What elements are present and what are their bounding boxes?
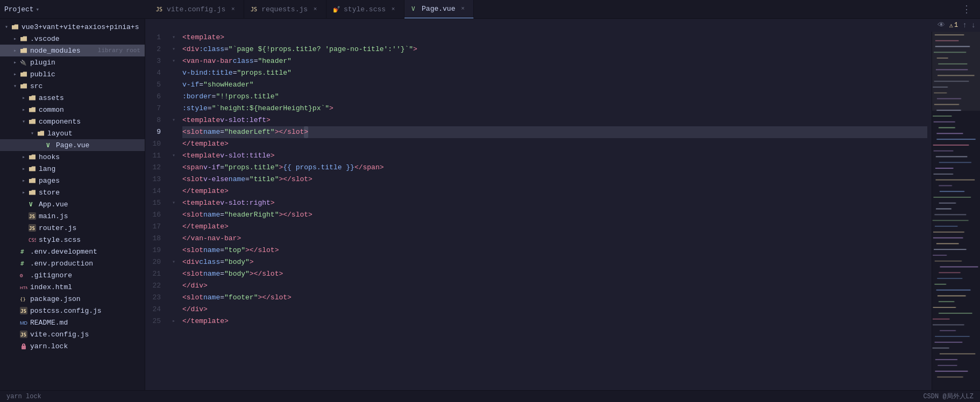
tab-page-vue[interactable]: VPage.vue× xyxy=(404,0,474,18)
sidebar-item-gitignore[interactable]: ⚙.gitignore xyxy=(0,269,145,281)
tree-icon-vscode xyxy=(19,34,28,43)
sidebar-item-router-js[interactable]: JSrouter.js xyxy=(0,222,145,234)
sidebar-item-vscode[interactable]: .vscode xyxy=(0,33,145,45)
tree-label-readme-md: README.md xyxy=(30,319,140,327)
tree-label-root-folder: vue3+vant+vite+axios+pinia+s xyxy=(22,23,140,31)
fold-arrow-3[interactable]: ▾ xyxy=(169,55,178,67)
fold-arrow-23 xyxy=(169,292,178,304)
sidebar-item-assets[interactable]: assets xyxy=(0,92,145,104)
sidebar-item-node-modules[interactable]: node_moduleslibrary root xyxy=(0,45,145,56)
tree-label-node-modules: node_modules xyxy=(30,47,96,55)
sidebar-item-src[interactable]: src xyxy=(0,80,145,92)
tree-icon-main-js: JS xyxy=(28,212,37,220)
tree-label-plugin: plugin xyxy=(30,59,140,67)
tab-close-vite-config[interactable]: × xyxy=(229,5,237,13)
sidebar-item-page-vue-file[interactable]: VPage.vue xyxy=(0,139,145,151)
tree-label-layout: layout xyxy=(47,130,140,138)
tab-close-requests[interactable]: × xyxy=(311,5,319,13)
sidebar-item-env-prod[interactable]: #.env.production xyxy=(0,257,145,269)
sidebar-item-root-folder[interactable]: vue3+vant+vite+axios+pinia+s xyxy=(0,21,145,33)
sidebar-item-yarn-lock[interactable]: yarn.lock xyxy=(0,340,145,352)
tree-icon-lang xyxy=(28,164,37,173)
line-number-22: 22 xyxy=(145,280,165,292)
sidebar-item-package-json[interactable]: {}package.json xyxy=(0,293,145,305)
tab-close-page-vue[interactable]: × xyxy=(458,4,467,13)
sidebar-item-public[interactable]: public xyxy=(0,68,145,80)
sidebar-item-app-vue[interactable]: VApp.vue xyxy=(0,198,145,210)
fold-arrow-4 xyxy=(169,67,178,79)
svg-text:JS: JS xyxy=(156,6,162,12)
fold-arrow-16 xyxy=(169,209,178,221)
tree-icon-pages xyxy=(28,176,37,185)
warning-badge[interactable]: ⚠ 1 xyxy=(949,21,958,30)
fold-arrow-18 xyxy=(169,233,178,245)
sidebar-item-hooks[interactable]: hooks xyxy=(0,151,145,163)
code-line-3: <van-nav-bar class="header" xyxy=(182,55,927,67)
line-number-21: 21 xyxy=(145,268,165,280)
project-label[interactable]: Project ▾ xyxy=(4,5,39,13)
tree-arrow-page-vue-file xyxy=(37,141,45,149)
tree-label-gitignore: .gitignore xyxy=(30,271,140,279)
sidebar-item-style-scss-file[interactable]: CSSstyle.scss xyxy=(0,234,145,246)
nav-down-icon[interactable]: ↓ xyxy=(971,21,976,30)
tree-icon-yarn-lock xyxy=(19,342,28,350)
sidebar-item-components[interactable]: components xyxy=(0,116,145,127)
sidebar-item-store[interactable]: store xyxy=(0,186,145,198)
fold-arrow-1[interactable]: ▾ xyxy=(169,32,178,44)
fold-arrow-11[interactable]: ▾ xyxy=(169,150,178,162)
fold-arrow-20[interactable]: ▾ xyxy=(169,256,178,268)
tab-icon-vite-config: JS xyxy=(156,5,164,14)
tree-arrow-main-js xyxy=(19,212,28,220)
tree-label-env-dev: .env.development xyxy=(30,248,140,256)
sidebar-item-index-html[interactable]: HTMindex.html xyxy=(0,281,145,293)
code-content[interactable]: <template> <div :class="`page ${!props.t… xyxy=(178,32,932,390)
sidebar-item-readme-md[interactable]: MDREADME.md xyxy=(0,317,145,328)
tree-arrow-hooks xyxy=(19,153,28,161)
tree-label-router-js: router.js xyxy=(39,224,140,232)
tree-arrow-assets xyxy=(19,94,28,102)
tab-requests[interactable]: JSrequests.js× xyxy=(244,0,326,18)
sidebar-item-postcss-config[interactable]: JSpostcss.config.js xyxy=(0,305,145,317)
tab-style-scss[interactable]: 💅style.scss× xyxy=(326,0,404,18)
sidebar-item-env-dev[interactable]: #.env.development xyxy=(0,246,145,257)
tree-label-vite-config-file: vite.config.js xyxy=(30,331,140,339)
tab-label-requests: requests.js xyxy=(261,5,308,13)
code-line-13: <slot v-else name="title"></slot> xyxy=(182,174,927,185)
tree-icon-node-modules xyxy=(19,46,28,55)
tree-label-pages: pages xyxy=(39,177,140,185)
sidebar-item-layout[interactable]: layout xyxy=(0,127,145,139)
tree-icon-package-json: {} xyxy=(19,295,28,303)
svg-text:V: V xyxy=(29,201,33,208)
line-number-19: 19 xyxy=(145,245,165,256)
svg-text:⚙: ⚙ xyxy=(20,273,23,279)
tree-arrow-vite-config-file xyxy=(11,330,19,339)
sidebar-item-vite-config-file[interactable]: JSvite.config.js xyxy=(0,328,145,340)
tabs-container: JSvite.config.js×JSrequests.js×💅style.sc… xyxy=(150,0,962,18)
more-icon[interactable]: ⋮ xyxy=(962,3,971,15)
tab-close-style-scss[interactable]: × xyxy=(389,5,397,13)
fold-arrow-24 xyxy=(169,304,178,315)
line-number-3: 3 xyxy=(145,55,165,67)
fold-arrow-8[interactable]: ▾ xyxy=(169,114,178,126)
sidebar-item-lang[interactable]: lang xyxy=(0,163,145,175)
fold-arrows: ▾▾▾▾▾▾▾▸ xyxy=(169,32,178,390)
nav-up-icon[interactable]: ↑ xyxy=(962,21,967,30)
tree-arrow-package-json xyxy=(11,295,19,303)
sidebar-item-plugin[interactable]: 🔌plugin xyxy=(0,56,145,68)
eye-icon[interactable]: 👁 xyxy=(938,21,945,30)
status-bar: yarn lock CSDN @局外人LZ xyxy=(0,390,980,402)
tree-arrow-public xyxy=(11,70,19,78)
tree-icon-env-prod: # xyxy=(19,259,28,268)
sidebar-item-main-js[interactable]: JSmain.js xyxy=(0,210,145,222)
svg-text:HTM: HTM xyxy=(20,285,27,290)
fold-arrow-2[interactable]: ▾ xyxy=(169,44,178,55)
line-number-2: 2 xyxy=(145,44,165,55)
sidebar-item-pages[interactable]: pages xyxy=(0,175,145,186)
fold-arrow-25[interactable]: ▸ xyxy=(169,315,178,327)
fold-arrow-15[interactable]: ▾ xyxy=(169,197,178,209)
svg-text:{}: {} xyxy=(20,297,26,302)
sidebar-item-common[interactable]: common xyxy=(0,104,145,116)
tree-icon-index-html: HTM xyxy=(19,283,28,291)
svg-text:JS: JS xyxy=(29,226,35,231)
tab-vite-config[interactable]: JSvite.config.js× xyxy=(150,0,244,18)
